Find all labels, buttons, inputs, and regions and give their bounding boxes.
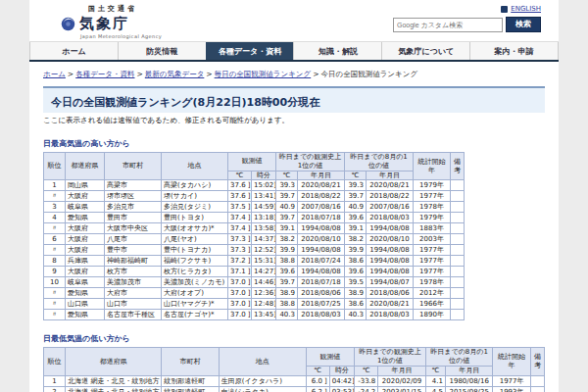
cell-record-date: 2018/08/03 (298, 310, 345, 320)
cell-record-date: 2018/08/22 (298, 191, 345, 202)
breadcrumb: ホーム>各種データ・資料>最新の気象データ>毎日の全国観測値ランキング>今日の全… (29, 62, 559, 84)
cell-note (451, 310, 465, 320)
cell-record-temp: 39.1 (276, 223, 298, 234)
cell-station: 美濃加茂(ミノカモ) (162, 277, 228, 288)
cell-aug-temp: 39.6 (345, 213, 367, 223)
table-row: 〃愛知県名古屋市千種区名古屋(ナゴヤ)*37.0 ]13:45]40.32018… (44, 310, 465, 320)
cell-record-date: 2003/01/15 (378, 386, 425, 392)
cell-since: 1979年 (414, 180, 451, 191)
cell-aug-temp: 4.5 (425, 386, 445, 392)
cell-record-temp: 39.7 (276, 213, 298, 223)
cell-station: 生田原(イクタハラ) (219, 375, 306, 386)
cell-temp: 37.3 ] (228, 234, 252, 245)
cell-record-temp: 38.8 (276, 299, 298, 310)
cell-prefecture: 北海道 網走・北見・紋別地方 (66, 375, 162, 386)
col-deg-c: ℃ (276, 171, 298, 180)
cell-record-date: 2020/08/21 (298, 180, 345, 191)
col-rank: 順位 (44, 348, 66, 375)
col-deg-c: ℃ (425, 366, 445, 375)
cell-temp: 37.6 ] (228, 191, 252, 202)
breadcrumb-link-home[interactable]: ホーム (43, 70, 66, 78)
breadcrumb-separator: > (206, 70, 212, 78)
cell-station: 白滝(シラタキ) (219, 386, 306, 392)
nav-item-disaster-info[interactable]: 防災情報 (118, 42, 206, 60)
col-city: 市町村 (105, 153, 162, 180)
nav-item-knowledge[interactable]: 知識・解説 (293, 42, 381, 60)
col-prefecture: 都道府県 (66, 348, 162, 375)
english-row: ENGLISH (393, 5, 541, 13)
max-temp-table: 順位 都道府県 市町村 地点 観測値 昨日までの観測史上1位の値 昨日までの8月… (43, 152, 465, 320)
cell-time: 15:31] (252, 256, 276, 267)
cell-aug-temp: 38.2 (345, 234, 367, 245)
preliminary-note: ここに表示される値は速報値であるため、修正される可能性があります。 (43, 116, 545, 125)
cell-city: 八尾市 (105, 234, 162, 245)
cell-station: 豊中(トヨナカ) (162, 245, 228, 256)
cell-city: 紋別郡遠軽町 (162, 386, 220, 392)
cell-rank: 10 (44, 277, 66, 288)
cell-station: 多治見(タジミ) (162, 202, 228, 213)
cell-time: 13:18] (252, 213, 276, 223)
cell-city: 美濃加茂市 (105, 277, 162, 288)
cell-aug-temp: 38.6 (345, 299, 367, 310)
cell-station: 豊田(トヨタ) (162, 213, 228, 223)
agency-home-link[interactable]: 気象庁 (79, 15, 129, 33)
cell-prefecture: 大阪府 (66, 245, 105, 256)
col-date: 年月日 (298, 171, 345, 180)
english-link[interactable]: ENGLISH (511, 5, 541, 13)
cell-temp: 37.2 ] (228, 256, 252, 267)
cell-aug-date: 1994/08/08 (367, 256, 414, 267)
col-station: 地点 (162, 153, 228, 180)
cell-record-temp: -24.2 (355, 386, 378, 392)
cell-since: 1977年 (414, 256, 451, 267)
cell-temp: 37.0 ] (228, 310, 252, 320)
cell-temp: 37.5 ] (228, 202, 252, 213)
cell-station: 枚方(ヒラカタ) (162, 267, 228, 277)
cell-prefecture: 兵庫県 (66, 256, 105, 267)
col-rank: 順位 (44, 153, 66, 180)
cell-time: 15:02] (252, 180, 276, 191)
cell-rank: 8 (44, 256, 66, 267)
breadcrumb-separator: > (313, 70, 318, 78)
cell-city: 豊田市 (105, 213, 162, 223)
table-row: 10岐阜県美濃加茂市美濃加茂(ミノカモ)37.0 ]14:46]39.72018… (44, 277, 465, 288)
cell-note (451, 288, 465, 299)
search-button[interactable]: 検索 (506, 17, 541, 32)
col-date: 年月日 (445, 366, 492, 375)
nav-item-guide-application[interactable]: 案内・申請 (469, 42, 559, 60)
global-nav: ホーム 防災情報 各種データ・資料 知識・解説 気象庁について 案内・申請 (29, 41, 559, 62)
table-row: 〃愛知県大府市大府(オオブ)37.0 ]12:36]38.92018/08/06… (44, 288, 465, 299)
cell-record-temp: 39.7 (276, 277, 298, 288)
cell-since: 1978年 (414, 277, 451, 288)
cell-since: 1977年 (414, 245, 451, 256)
breadcrumb-link-data[interactable]: 各種データ・資料 (75, 70, 134, 78)
table-header: 順位 都道府県 市町村 地点 観測値 昨日までの観測史上1位の値 昨日までの8月… (44, 153, 465, 180)
cell-record-date: 2018/07/18 (298, 277, 345, 288)
cell-city: 名古屋市千種区 (105, 310, 162, 320)
cell-record-date: 2007/08/16 (298, 202, 345, 213)
cell-aug-date: 2018/08/06 (367, 288, 414, 299)
cell-since: 1977年 (414, 191, 451, 202)
cell-aug-temp: 39.1 (345, 223, 367, 234)
table-row: 〃大阪府大阪市中央区大阪(オオサカ)*37.4 ]13:58]39.11994/… (44, 223, 465, 234)
search-input[interactable] (393, 18, 503, 32)
breadcrumb-link-daily-ranking[interactable]: 毎日の全国観測値ランキング (215, 70, 312, 78)
cell-record-temp: 39.9 (276, 245, 298, 256)
cell-city: 多治見市 (105, 202, 162, 213)
cell-prefecture: 愛知県 (66, 288, 105, 299)
cell-rank: 4 (44, 213, 66, 223)
cell-note (530, 386, 544, 392)
breadcrumb-link-latest-data[interactable]: 最新の気象データ (145, 70, 205, 78)
table-row: 〃大阪府堺市堺区堺(サカイ)37.6 ]13:41]39.72018/08/22… (44, 191, 465, 202)
min-temp-table: 順位 都道府県 市町村 地点 観測値 昨日までの観測史上1位の値 昨日までの8月… (43, 347, 545, 392)
cell-note (451, 223, 465, 234)
cell-prefecture: 愛知県 (66, 310, 105, 320)
nav-item-home[interactable]: ホーム (29, 42, 118, 60)
nav-item-data-documents[interactable]: 各種データ・資料 (206, 42, 294, 60)
col-date: 年月日 (378, 366, 425, 375)
cell-record-temp: -33.8 (355, 375, 378, 386)
cell-record-temp: 39.3 (276, 180, 298, 191)
nav-item-about-jma[interactable]: 気象庁について (381, 42, 469, 60)
cell-aug-temp: 39.6 (345, 267, 367, 277)
cell-city: 豊中市 (105, 245, 162, 256)
cell-note (451, 267, 465, 277)
